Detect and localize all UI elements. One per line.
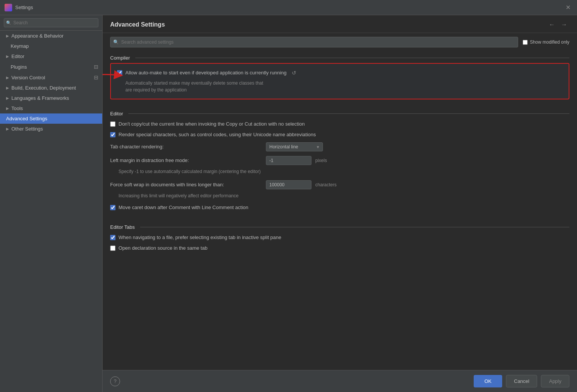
content-wrapper: Advanced Settings ← → 🔍 Show modified on…: [103, 15, 577, 392]
sidebar-item-label: Keymap: [11, 43, 29, 49]
editor-render-special-row: Render special characters, such as contr…: [110, 129, 569, 140]
show-modified-label[interactable]: Show modified only: [530, 39, 569, 45]
left-margin-row: Left margin in distraction free mode: pi…: [110, 154, 569, 167]
soft-wrap-row: Force soft wrap in documents with lines …: [110, 178, 569, 192]
sidebar-item-label: Editor: [11, 54, 24, 59]
sidebar-item-label: Plugins: [11, 64, 27, 70]
window-title: Settings: [15, 5, 33, 10]
bottom-right: OK Cancel Apply: [474, 375, 569, 387]
prefer-existing-tab-checkbox[interactable]: [110, 235, 115, 240]
page-title: Advanced Settings: [110, 21, 165, 28]
plugins-icon: ⊟: [94, 64, 98, 70]
show-modified-checkbox[interactable]: [523, 40, 528, 45]
compiler-automake-label[interactable]: Allow auto-make to start even if develop…: [117, 69, 296, 77]
search-icon: 🔍: [113, 39, 119, 45]
soft-wrap-input[interactable]: [266, 180, 311, 189]
arrow-icon: ▶: [6, 106, 9, 110]
prefer-existing-tab-text: When navigating to a file, prefer select…: [119, 234, 281, 241]
editor-no-copy-text: Don't copy/cut the current line when inv…: [119, 121, 305, 128]
open-declaration-checkbox[interactable]: [110, 246, 115, 251]
search-input[interactable]: [110, 37, 518, 47]
sidebar-item-label: Other Settings: [11, 126, 43, 132]
prefer-existing-tab-label[interactable]: When navigating to a file, prefer select…: [110, 234, 281, 241]
bottom-bar: ? OK Cancel Apply: [103, 370, 577, 392]
compiler-automake-text: Allow auto-make to start even if develop…: [125, 69, 286, 76]
left-margin-label: Left margin in distraction free mode:: [110, 157, 262, 163]
back-button[interactable]: ←: [547, 20, 557, 29]
arrow-icon: ▶: [6, 127, 9, 131]
soft-wrap-description: Increasing this limit will negatively af…: [110, 192, 569, 199]
move-caret-label[interactable]: Move caret down after Comment with Line …: [110, 204, 248, 211]
soft-wrap-unit: characters: [315, 182, 337, 187]
arrow-icon: ▶: [6, 54, 9, 58]
arrow-icon: ▶: [6, 86, 9, 90]
search-bar-wrap: 🔍: [110, 37, 518, 47]
compiler-automake-description: Automatically started make may eventuall…: [117, 80, 563, 93]
sidebar-search-input[interactable]: [4, 18, 98, 27]
content-header-left: Advanced Settings: [110, 21, 165, 28]
vc-icon: ⊟: [94, 74, 98, 80]
bottom-left: ?: [110, 376, 120, 386]
reset-icon[interactable]: ↺: [292, 69, 296, 77]
sidebar-item-build-execution[interactable]: ▶ Build, Execution, Deployment: [0, 83, 102, 93]
sidebar-item-advanced-settings[interactable]: Advanced Settings: [0, 113, 102, 124]
compiler-section-title: Compiler: [110, 55, 130, 61]
forward-button[interactable]: →: [559, 20, 569, 29]
editor-no-copy-label[interactable]: Don't copy/cut the current line when inv…: [110, 121, 305, 128]
ok-button[interactable]: OK: [474, 375, 502, 387]
sidebar-item-editor[interactable]: ▶ Editor: [0, 51, 102, 61]
tab-rendering-select-wrap: Horizontal line Arrow None ▼: [266, 142, 323, 151]
sidebar: 🔍 ▶ Appearance & Behavior Keymap ▶ Edito…: [0, 15, 103, 392]
open-declaration-label[interactable]: Open declaration source in the same tab: [110, 245, 207, 252]
left-margin-description: Specify -1 to use automatically calculat…: [110, 168, 569, 175]
sidebar-item-label: Languages & Frameworks: [11, 95, 69, 101]
soft-wrap-label: Force soft wrap in documents with lines …: [110, 182, 262, 187]
editor-no-copy-row: Don't copy/cut the current line when inv…: [110, 119, 569, 129]
left-margin-input[interactable]: [266, 156, 311, 165]
editor-section-header: Editor: [110, 107, 569, 119]
editor-render-special-checkbox[interactable]: [110, 132, 115, 137]
editor-section-title: Editor: [110, 111, 123, 116]
arrow-icon: ▶: [6, 34, 9, 38]
arrow-icon: ▶: [6, 76, 9, 80]
sidebar-item-label: Appearance & Behavior: [11, 33, 63, 39]
main-layout: 🔍 ▶ Appearance & Behavior Keymap ▶ Edito…: [0, 15, 577, 392]
compiler-section-header: Compiler: [110, 51, 569, 63]
sidebar-item-keymap[interactable]: Keymap: [0, 41, 102, 51]
compiler-automake-row: Allow auto-make to start even if develop…: [117, 68, 563, 79]
sidebar-item-languages[interactable]: ▶ Languages & Frameworks: [0, 93, 102, 103]
close-button[interactable]: ✕: [563, 3, 572, 12]
cancel-button[interactable]: Cancel: [506, 375, 537, 387]
left-margin-unit: pixels: [315, 158, 327, 163]
show-modified-option: Show modified only: [523, 39, 569, 45]
apply-button[interactable]: Apply: [541, 375, 569, 387]
move-caret-row: Move caret down after Comment with Line …: [110, 202, 569, 213]
tab-rendering-row: Tab character rendering: Horizontal line…: [110, 140, 569, 154]
content-header: Advanced Settings ← →: [103, 15, 577, 33]
sidebar-search-section: 🔍: [0, 15, 102, 31]
sidebar-item-label: Version Control: [11, 75, 45, 80]
editor-render-special-text: Render special characters, such as contr…: [119, 131, 316, 138]
move-caret-text: Move caret down after Comment with Line …: [119, 204, 248, 211]
editor-tabs-section-header: Editor Tabs: [110, 220, 569, 232]
editor-tabs-section: Editor Tabs When navigating to a file, p…: [110, 220, 569, 253]
editor-render-special-label[interactable]: Render special characters, such as contr…: [110, 131, 316, 138]
app-icon: [5, 4, 12, 11]
sidebar-item-tools[interactable]: ▶ Tools: [0, 103, 102, 113]
sidebar-item-plugins[interactable]: Plugins ⊟: [0, 61, 102, 72]
arrow-icon: ▶: [6, 96, 9, 100]
move-caret-checkbox[interactable]: [110, 205, 115, 210]
help-button[interactable]: ?: [110, 376, 120, 386]
open-declaration-row: Open declaration source in the same tab: [110, 243, 569, 253]
tab-rendering-label: Tab character rendering:: [110, 144, 262, 150]
editor-tabs-section-title: Editor Tabs: [110, 224, 135, 230]
editor-no-copy-checkbox[interactable]: [110, 121, 115, 127]
sidebar-item-version-control[interactable]: ▶ Version Control ⊟: [0, 72, 102, 83]
sidebar-item-label: Tools: [11, 105, 23, 111]
content-area: Advanced Settings ← → 🔍 Show modified on…: [103, 15, 577, 370]
sidebar-item-appearance[interactable]: ▶ Appearance & Behavior: [0, 31, 102, 41]
tab-rendering-select[interactable]: Horizontal line Arrow None: [266, 142, 323, 151]
open-declaration-text: Open declaration source in the same tab: [119, 245, 207, 252]
compiler-automake-checkbox[interactable]: [117, 70, 122, 76]
sidebar-item-other-settings[interactable]: ▶ Other Settings: [0, 124, 102, 134]
